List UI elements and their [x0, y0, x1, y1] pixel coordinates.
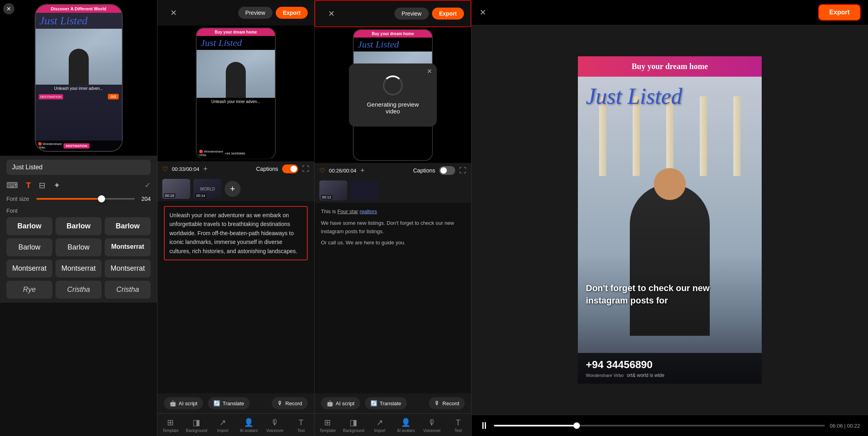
text-format-icon[interactable]: T — [26, 181, 31, 190]
record-button-3[interactable]: 🎙 Record — [429, 397, 465, 409]
nav-voiceover-3[interactable]: 🎙 Voiceover — [419, 418, 445, 433]
record-icon-3: 🎙 — [434, 400, 440, 406]
vfp-world-text: ort& world is wide — [627, 373, 664, 378]
pause-button-4[interactable]: ⏸ — [480, 420, 489, 431]
video-container-4: Buy your dream home Just Listed Don't fo… — [472, 25, 868, 415]
export-button-3[interactable]: Export — [432, 8, 464, 20]
captions-toggle-3[interactable] — [439, 166, 455, 175]
import-icon-3: ↗ — [376, 418, 383, 427]
font-item-8[interactable]: Montserrat — [105, 260, 151, 277]
playback-controls-4: ⏸ 06:06 | 00:22 — [472, 415, 868, 436]
phone-bottom-2: 🔴 WondershareVirbo +94 34456890 — [197, 148, 275, 159]
nav-ai-avatars-3[interactable]: 👤 AI avatars — [393, 418, 419, 433]
phone-logo-2: 🔴 WondershareVirbo — [199, 150, 223, 157]
phone-bottom-bar-1: 🔴 WondershareVirbo DESTINATION — [36, 141, 122, 151]
preview-video-area-2: Buy your dream home Just Listed Unleash … — [157, 26, 314, 161]
font-item-11[interactable]: Cristha — [105, 281, 151, 299]
plus-button-2[interactable]: + — [203, 165, 208, 173]
font-item-2[interactable]: Barlow — [105, 217, 151, 235]
font-item-6[interactable]: Montserrat — [6, 260, 52, 277]
ai-script-button-3[interactable]: 🤖 AI script — [321, 397, 360, 409]
text-input[interactable] — [6, 160, 151, 175]
voiceover-icon-2: 🎙 — [271, 418, 279, 427]
font-item-7[interactable]: Montserrat — [56, 260, 102, 277]
heart-icon-2: ♡ — [162, 165, 168, 173]
nav-background-3[interactable]: ◨ Background — [340, 418, 366, 433]
ai-script-icon-3: 🤖 — [326, 400, 333, 406]
background-label-2: Background — [186, 428, 207, 433]
clip-thumb-4[interactable] — [350, 180, 378, 200]
close-button-2[interactable]: ✕ — [164, 4, 183, 22]
caption-line-1: This is Four star realtors — [321, 208, 465, 216]
export-button-4[interactable]: Export — [819, 5, 860, 20]
nav-voiceover-2[interactable]: 🎙 Voiceover — [262, 418, 288, 433]
nav-import-2[interactable]: ↗ Import — [210, 418, 236, 433]
nav-template-2[interactable]: ⊞ Template — [157, 418, 183, 433]
video-phone-2: Buy your dream home Just Listed Unleash … — [196, 28, 276, 159]
brush-icon[interactable]: ✦ — [54, 180, 60, 190]
ai-avatars-icon-2: 👤 — [244, 418, 254, 427]
vfp-header-text: Buy your dream home — [632, 62, 708, 71]
caption-text-area-2: Unleash your inner adventurer as we emba… — [157, 201, 314, 393]
clip-thumb-3[interactable]: 00:12 — [319, 180, 347, 200]
font-item-4[interactable]: Barlow — [56, 238, 102, 256]
preview-button-2[interactable]: Preview — [238, 7, 273, 19]
font-item-5[interactable]: Montserrat — [105, 238, 151, 256]
close-button-4[interactable]: ✕ — [480, 8, 486, 17]
nav-text-2[interactable]: T Text — [288, 418, 314, 433]
font-item-3[interactable]: Barlow — [6, 238, 52, 256]
record-button-2[interactable]: 🎙 Record — [272, 397, 308, 409]
nav-background-2[interactable]: ◨ Background — [183, 418, 209, 433]
phone-banner-2: Buy your dream home — [197, 28, 275, 36]
clip-thumb-1[interactable]: 00:19 — [162, 179, 190, 199]
ai-script-button-2[interactable]: 🤖 AI script — [164, 397, 203, 409]
phone-image-1 — [36, 29, 122, 85]
add-clip-button-2[interactable]: + — [225, 181, 241, 197]
translate-button-3[interactable]: 🔄 Translate — [365, 397, 407, 409]
ai-avatars-icon-3: 👤 — [401, 418, 411, 427]
keyboard-icon[interactable]: ⌨ — [6, 180, 18, 190]
fullscreen-icon-3[interactable]: ⛶ — [459, 166, 466, 175]
font-item-9[interactable]: Rye — [6, 281, 52, 299]
fullscreen-icon-2[interactable]: ⛶ — [302, 165, 309, 173]
nav-import-3[interactable]: ↗ Import — [367, 418, 393, 433]
phone-subtitle-2: Unleash your inner adven... — [197, 98, 275, 105]
action-buttons-row-2: 🤖 AI script 🔄 Translate 🎙 Record — [157, 393, 314, 413]
progress-bar-4[interactable] — [494, 425, 825, 426]
modal-close-button[interactable]: ✕ — [427, 67, 432, 75]
ai-script-icon-2: 🤖 — [169, 400, 176, 406]
close-button-3[interactable]: ✕ — [322, 5, 341, 22]
translate-button-2[interactable]: 🔄 Translate — [208, 397, 250, 409]
template-icon-2: ⊞ — [167, 418, 174, 427]
vfp-phone-number: +94 34456890 — [586, 359, 754, 371]
font-size-slider[interactable] — [36, 198, 135, 200]
text-label-3: Text — [454, 428, 462, 433]
nav-ai-avatars-2[interactable]: 👤 AI avatars — [236, 418, 262, 433]
font-item-1[interactable]: Barlow — [56, 217, 102, 235]
preview-button-3[interactable]: Preview — [394, 8, 429, 20]
font-item-10[interactable]: Cristha — [56, 281, 102, 299]
bottom-nav-2: ⊞ Template ◨ Background ↗ Import 👤 AI av… — [157, 413, 314, 436]
vfp-caption-text: Don't forget to check our new instagram … — [586, 282, 754, 307]
underline-realtors: realtors — [360, 208, 377, 214]
export-button-2[interactable]: Export — [276, 7, 308, 19]
nav-text-3[interactable]: T Text — [445, 418, 471, 433]
nav-template-3[interactable]: ⊞ Template — [315, 418, 340, 433]
generating-text: Generating preview video — [365, 101, 421, 115]
caption-box-2: Unleash your inner adventurer as we emba… — [164, 206, 308, 260]
clip-thumb-2[interactable]: WORLD 00:14 — [193, 179, 221, 199]
bottom-nav-3: ⊞ Template ◨ Background ↗ Import 👤 AI av… — [315, 413, 471, 436]
underline-four-star: Four star — [337, 208, 358, 214]
plus-button-3[interactable]: + — [360, 166, 365, 175]
close-button-1[interactable]: ✕ — [3, 3, 14, 14]
timeline-controls-2: ♡ 00:33/00:04 + Captions ⛶ — [157, 161, 314, 176]
clip-duration-3: 00:12 — [321, 195, 332, 200]
ai-avatars-label-2: AI avatars — [240, 428, 258, 433]
text-icon-2: T — [299, 418, 303, 427]
check-icon[interactable]: ✓ — [145, 181, 151, 190]
columns-icon[interactable]: ⊟ — [39, 180, 46, 190]
font-item-0[interactable]: Barlow — [6, 217, 52, 235]
phone-dest-badge-1: DESTINATION — [64, 143, 90, 149]
captions-toggle-2[interactable] — [282, 164, 298, 173]
voiceover-label-3: Voiceover — [423, 428, 441, 433]
